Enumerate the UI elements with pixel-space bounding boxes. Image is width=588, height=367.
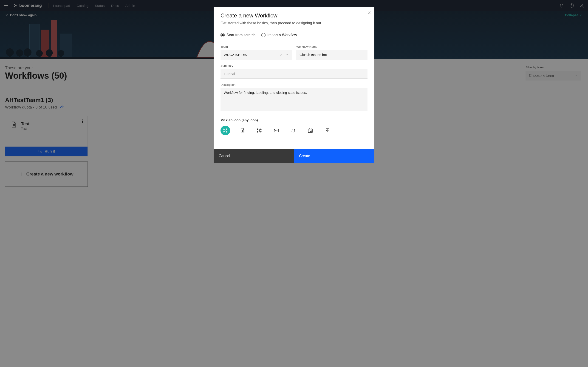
radio-scratch-label: Start from scratch <box>226 33 255 37</box>
svg-point-32 <box>260 131 261 132</box>
close-icon <box>367 10 371 15</box>
icon-option-mail[interactable] <box>271 126 281 135</box>
svg-point-25 <box>226 129 227 130</box>
modal-title: Create a new Workflow <box>221 12 367 19</box>
description-label: Description <box>221 83 367 86</box>
icon-option-bell[interactable] <box>288 126 298 135</box>
document-icon <box>240 128 245 133</box>
icon-option-calendar[interactable] <box>305 126 315 135</box>
summary-input[interactable] <box>221 69 367 78</box>
svg-point-24 <box>224 129 225 130</box>
radio-dot-icon <box>221 33 225 37</box>
svg-point-31 <box>257 131 258 132</box>
create-button[interactable]: Create <box>294 149 374 163</box>
icon-option-document[interactable] <box>237 126 247 135</box>
pick-icon-label: Pick an icon (any icon) <box>221 118 367 122</box>
svg-point-30 <box>260 129 261 130</box>
radio-start-scratch[interactable]: Start from scratch <box>221 33 255 37</box>
create-label: Create <box>299 154 310 158</box>
radio-import[interactable]: Import a Workflow <box>261 33 297 37</box>
upload-icon <box>325 128 330 133</box>
chevron-down-icon[interactable] <box>285 53 288 56</box>
modal-overlay[interactable]: Create a new Workflow Get started with t… <box>0 0 588 367</box>
bell-icon <box>291 128 296 133</box>
modal-footer: Cancel Create <box>214 149 374 163</box>
modal-subtitle: Get started with these basics, then proc… <box>221 21 367 25</box>
team-combobox[interactable]: WDC2 ISE Dev <box>221 50 292 59</box>
radio-import-label: Import a Workflow <box>267 33 297 37</box>
svg-point-26 <box>224 131 225 132</box>
branch-icon <box>257 128 262 133</box>
cancel-label: Cancel <box>219 154 230 158</box>
workflow-name-label: Workflow Name <box>296 45 367 48</box>
svg-point-27 <box>226 131 227 132</box>
icon-option-branch[interactable] <box>254 126 264 135</box>
icon-option-flow[interactable] <box>221 126 230 135</box>
clear-icon[interactable] <box>280 53 283 56</box>
svg-point-29 <box>257 129 258 130</box>
team-value: WDC2 ISE Dev <box>224 53 247 57</box>
svg-rect-33 <box>274 129 278 132</box>
summary-label: Summary <box>221 64 367 67</box>
create-workflow-modal: Create a new Workflow Get started with t… <box>214 7 374 163</box>
modal-close-button[interactable] <box>367 10 371 16</box>
flow-icon <box>223 128 228 133</box>
svg-point-28 <box>225 130 226 131</box>
icon-option-upload[interactable] <box>322 126 332 135</box>
description-input[interactable] <box>221 88 367 111</box>
cancel-button[interactable]: Cancel <box>214 149 294 163</box>
mail-icon <box>274 128 279 133</box>
radio-circle-icon <box>261 33 266 37</box>
icon-picker <box>221 126 367 135</box>
calendar-icon <box>308 128 313 133</box>
workflow-name-input[interactable] <box>296 50 367 59</box>
team-label: Team <box>221 45 292 48</box>
